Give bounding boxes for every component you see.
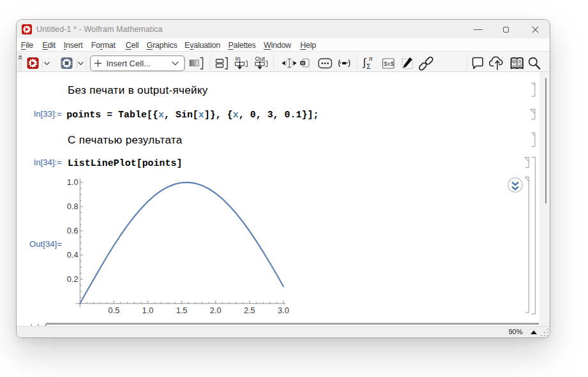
svg-text:Insert Cell...: Insert Cell... bbox=[106, 59, 150, 68]
svg-text:2.5: 2.5 bbox=[244, 305, 255, 314]
svg-text:2.0: 2.0 bbox=[210, 305, 222, 314]
svg-text:1.0: 1.0 bbox=[67, 177, 79, 186]
svg-text:π: π bbox=[368, 55, 373, 62]
svg-text:In: In bbox=[235, 55, 240, 62]
svg-text:0.2: 0.2 bbox=[67, 274, 79, 283]
svg-text:*: * bbox=[346, 61, 348, 66]
svg-text:0.8: 0.8 bbox=[67, 201, 79, 211]
svg-text:3.0: 3.0 bbox=[278, 305, 289, 314]
svg-text:0.5: 0.5 bbox=[109, 305, 120, 314]
svg-text:1.5: 1.5 bbox=[176, 305, 188, 314]
svg-text:Out: Out bbox=[255, 55, 265, 62]
svg-text:*: * bbox=[339, 61, 341, 66]
svg-text:0.6: 0.6 bbox=[67, 225, 79, 235]
svg-text:1.0: 1.0 bbox=[142, 305, 154, 314]
svg-text:0.4: 0.4 bbox=[67, 249, 79, 259]
svg-text:$: $ bbox=[390, 60, 394, 67]
svg-text:Σ: Σ bbox=[366, 63, 371, 70]
